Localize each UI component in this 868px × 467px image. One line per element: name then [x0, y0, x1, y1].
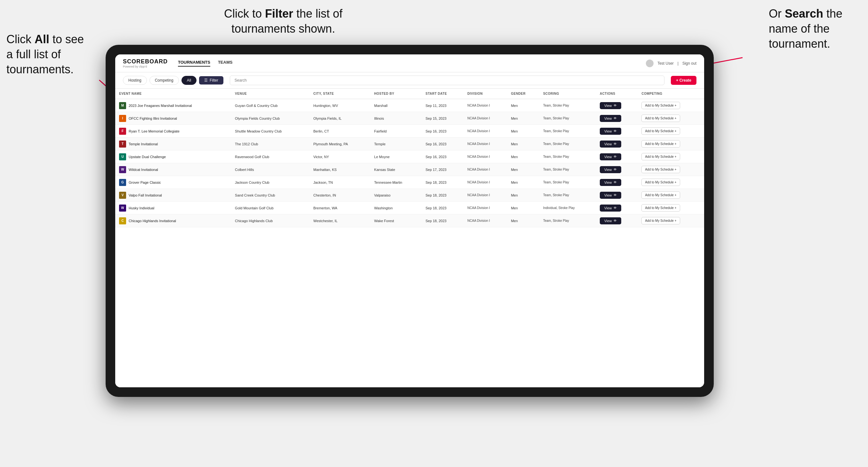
view-label-6: View	[604, 181, 612, 184]
cell-competing-5: Add to My Schedule +	[638, 163, 704, 176]
tab-all[interactable]: All	[182, 76, 196, 85]
cell-city-7: Chesterton, IN	[310, 189, 370, 201]
add-schedule-button-3[interactable]: Add to My Schedule +	[642, 140, 680, 148]
team-logo-6: G	[119, 179, 126, 186]
cell-venue-7: Sand Creek Country Club	[231, 189, 310, 201]
app-header: SCOREBOARD Powered by clipp'd TOURNAMENT…	[115, 54, 704, 72]
cell-hosted-9: Wake Forest	[370, 214, 422, 227]
cell-division-3: NCAA Division I	[463, 137, 507, 150]
cell-date-9: Sep 18, 2023	[422, 214, 464, 227]
add-schedule-button-9[interactable]: Add to My Schedule +	[642, 217, 680, 224]
cell-event-name-5: W Wildcat Invitational	[115, 163, 231, 176]
eye-icon-2: 👁	[614, 129, 617, 133]
cell-scoring-2: Team, Stroke Play	[539, 125, 596, 137]
cell-scoring-9: Team, Stroke Play	[539, 214, 596, 227]
view-button-9[interactable]: View 👁	[600, 217, 621, 224]
filter-button[interactable]: ☰ Filter	[199, 76, 223, 85]
cell-division-5: NCAA Division I	[463, 163, 507, 176]
cell-date-7: Sep 18, 2023	[422, 189, 464, 201]
sign-out-link[interactable]: Sign out	[682, 61, 696, 66]
cell-hosted-2: Fairfield	[370, 125, 422, 137]
cell-gender-4: Men	[507, 150, 539, 163]
cell-hosted-6: Tennessee-Martin	[370, 176, 422, 189]
search-input[interactable]	[230, 75, 665, 85]
table-row: W Husky Individual Gold Mountain Golf Cl…	[115, 201, 704, 214]
col-division: DIVISION	[463, 89, 507, 99]
add-schedule-button-5[interactable]: Add to My Schedule +	[642, 166, 680, 173]
view-label-0: View	[604, 104, 612, 107]
cell-venue-0: Guyan Golf & Country Club	[231, 99, 310, 112]
cell-event-name-1: I OFCC Fighting Illini Invitational	[115, 112, 231, 125]
cell-competing-6: Add to My Schedule +	[638, 176, 704, 189]
cell-event-name-2: F Ryan T. Lee Memorial Collegiate	[115, 125, 231, 137]
cell-date-6: Sep 18, 2023	[422, 176, 464, 189]
add-schedule-button-0[interactable]: Add to My Schedule +	[642, 102, 680, 109]
nav-tab-teams[interactable]: TEAMS	[218, 60, 233, 67]
add-schedule-button-7[interactable]: Add to My Schedule +	[642, 191, 680, 199]
view-button-8[interactable]: View 👁	[600, 205, 621, 212]
cell-date-5: Sep 17, 2023	[422, 163, 464, 176]
cell-competing-2: Add to My Schedule +	[638, 125, 704, 137]
cell-city-8: Bremerton, WA	[310, 201, 370, 214]
eye-icon-9: 👁	[614, 219, 617, 222]
logo-text: SCOREBOARD	[123, 58, 168, 65]
cell-venue-9: Chicago Highlands Club	[231, 214, 310, 227]
cell-scoring-3: Team, Stroke Play	[539, 137, 596, 150]
add-schedule-button-4[interactable]: Add to My Schedule +	[642, 153, 680, 160]
cell-actions-7: View 👁	[596, 189, 638, 201]
add-schedule-button-1[interactable]: Add to My Schedule +	[642, 115, 680, 122]
cell-scoring-6: Team, Stroke Play	[539, 176, 596, 189]
cell-division-9: NCAA Division I	[463, 214, 507, 227]
cell-date-8: Sep 18, 2023	[422, 201, 464, 214]
view-button-4[interactable]: View 👁	[600, 153, 621, 160]
cell-gender-1: Men	[507, 112, 539, 125]
view-button-0[interactable]: View 👁	[600, 102, 621, 109]
eye-icon-0: 👁	[614, 104, 617, 107]
user-avatar	[646, 60, 654, 67]
view-button-6[interactable]: View 👁	[600, 179, 621, 186]
view-label-9: View	[604, 219, 612, 223]
cell-gender-6: Men	[507, 176, 539, 189]
cell-competing-4: Add to My Schedule +	[638, 150, 704, 163]
eye-icon-5: 👁	[614, 168, 617, 171]
view-label-1: View	[604, 117, 612, 120]
add-schedule-button-6[interactable]: Add to My Schedule +	[642, 179, 680, 186]
view-button-2[interactable]: View 👁	[600, 128, 621, 135]
col-scoring: SCORING	[539, 89, 596, 99]
cell-venue-4: Ravenwood Golf Club	[231, 150, 310, 163]
view-button-3[interactable]: View 👁	[600, 141, 621, 148]
view-button-1[interactable]: View 👁	[600, 115, 621, 122]
user-name: Test User	[657, 61, 674, 66]
cell-gender-8: Men	[507, 201, 539, 214]
tab-hosting[interactable]: Hosting	[123, 76, 147, 85]
add-schedule-button-8[interactable]: Add to My Schedule +	[642, 204, 680, 212]
add-schedule-button-2[interactable]: Add to My Schedule +	[642, 127, 680, 135]
view-button-5[interactable]: View 👁	[600, 166, 621, 173]
cell-gender-9: Men	[507, 214, 539, 227]
filter-label: Filter	[210, 78, 218, 83]
cell-scoring-8: Individual, Stroke Play	[539, 201, 596, 214]
create-button[interactable]: + Create	[671, 76, 696, 85]
team-logo-7: V	[119, 192, 126, 199]
event-name-9: Chicago Highlands Invitational	[129, 219, 176, 223]
event-name-3: Temple Invitational	[129, 142, 158, 146]
team-logo-0: M	[119, 102, 126, 109]
cell-date-1: Sep 15, 2023	[422, 112, 464, 125]
nav-tab-tournaments[interactable]: TOURNAMENTS	[178, 60, 210, 67]
cell-event-name-4: U Upstate Dual Challenge	[115, 150, 231, 163]
cell-hosted-5: Kansas State	[370, 163, 422, 176]
col-start-date: START DATE	[422, 89, 464, 99]
tab-competing[interactable]: Competing	[150, 76, 179, 85]
col-event-name: EVENT NAME	[115, 89, 231, 99]
view-button-7[interactable]: View 👁	[600, 192, 621, 199]
cell-hosted-1: Illinois	[370, 112, 422, 125]
cell-city-2: Berlin, CT	[310, 125, 370, 137]
event-name-0: 2023 Joe Feaganes Marshall Invitational	[129, 104, 192, 107]
cell-city-3: Plymouth Meeting, PA	[310, 137, 370, 150]
cell-gender-0: Men	[507, 99, 539, 112]
team-logo-2: F	[119, 128, 126, 135]
header-separator: |	[678, 61, 679, 66]
col-city-state: CITY, STATE	[310, 89, 370, 99]
cell-scoring-4: Team, Stroke Play	[539, 150, 596, 163]
team-logo-4: U	[119, 153, 126, 160]
